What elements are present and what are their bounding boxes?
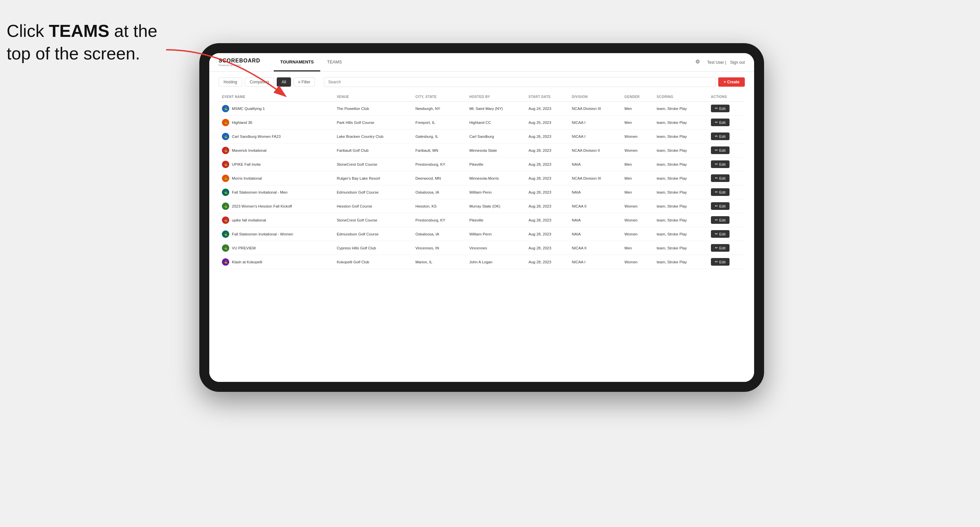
cell-gender: Women: [621, 227, 654, 241]
cell-actions: ✏ Edit: [708, 143, 745, 157]
hosting-filter-btn[interactable]: Hosting: [219, 77, 242, 87]
edit-button[interactable]: ✏ Edit: [711, 105, 730, 112]
cell-gender: Men: [621, 185, 654, 199]
cell-division: NAIA: [568, 185, 621, 199]
cell-actions: ✏ Edit: [708, 241, 745, 255]
cell-hosted-by: Vincennes: [466, 241, 525, 255]
cell-hosted-by: John A Logan: [466, 255, 525, 269]
nav-user-label: Test User |: [707, 60, 726, 65]
signout-link[interactable]: Sign out: [730, 60, 745, 65]
edit-button[interactable]: ✏ Edit: [711, 258, 730, 266]
edit-button[interactable]: ✏ Edit: [711, 216, 730, 224]
cell-gender: Men: [621, 241, 654, 255]
cell-gender: Women: [621, 213, 654, 227]
cell-venue: StoneCrest Golf Course: [334, 213, 412, 227]
cell-gender: Men: [621, 157, 654, 171]
cell-division: NAIA: [568, 227, 621, 241]
cell-hosted-by: Minnesota-Morris: [466, 171, 525, 185]
cell-event-name: ⛳ UPIKE Fall Invite: [219, 157, 334, 171]
cell-gender: Men: [621, 116, 654, 130]
cell-hosted-by: Mt. Saint Mary (NY): [466, 102, 525, 116]
edit-button[interactable]: ✏ Edit: [711, 146, 730, 154]
col-start-date: START DATE: [525, 92, 568, 102]
cell-venue: Park Hills Golf Course: [334, 116, 412, 130]
cell-gender: Women: [621, 130, 654, 143]
cell-division: NICAA I: [568, 130, 621, 143]
cell-venue: Cypress Hills Golf Club: [334, 241, 412, 255]
filter-icon-btn[interactable]: ≡ Filter: [294, 77, 315, 87]
settings-icon[interactable]: ⚙: [695, 59, 703, 67]
filter-bar: Hosting Competing All ≡ Filter + Create: [219, 77, 745, 87]
cell-actions: ✏ Edit: [708, 130, 745, 143]
team-logo: ⛳: [222, 244, 229, 252]
cell-venue: Hesston Golf Course: [334, 199, 412, 213]
cell-city-state: Newburgh, NY: [412, 102, 466, 116]
edit-button[interactable]: ✏ Edit: [711, 132, 730, 140]
main-content: Hosting Competing All ≡ Filter + Create …: [209, 72, 754, 382]
cell-scoring: team, Stroke Play: [654, 171, 708, 185]
col-venue: VENUE: [334, 92, 412, 102]
competing-filter-btn[interactable]: Competing: [245, 77, 274, 87]
edit-button[interactable]: ✏ Edit: [711, 244, 730, 252]
cell-start-date: Aug 28, 2023: [525, 171, 568, 185]
cell-actions: ✏ Edit: [708, 185, 745, 199]
cell-event-name: ⛳ VU PREVIEW: [219, 241, 334, 255]
edit-button[interactable]: ✏ Edit: [711, 175, 730, 182]
nav-teams[interactable]: TEAMS: [320, 54, 348, 71]
table-row: ⛳ Fall Statesmen Invitational - Women Ed…: [219, 227, 745, 241]
edit-icon: ✏: [715, 162, 718, 167]
team-logo: ⛳: [222, 216, 229, 224]
brand-subtitle: Powered by Clippit: [219, 64, 261, 67]
cell-gender: Men: [621, 171, 654, 185]
cell-scoring: team, Stroke Play: [654, 185, 708, 199]
cell-city-state: Freeport, IL: [412, 116, 466, 130]
nav-tournaments[interactable]: TOURNAMENTS: [274, 54, 321, 71]
team-logo: ⛳: [222, 203, 229, 210]
cell-actions: ✏ Edit: [708, 199, 745, 213]
edit-button[interactable]: ✏ Edit: [711, 160, 730, 168]
cell-division: NICAA I: [568, 255, 621, 269]
cell-hosted-by: Minnesota State: [466, 143, 525, 157]
team-logo: ⛳: [222, 119, 229, 126]
cell-city-state: Prestonsburg, KY: [412, 157, 466, 171]
edit-button[interactable]: ✏ Edit: [711, 230, 730, 238]
brand-title: SCOREBOARD: [219, 58, 261, 63]
cell-division: NICAA I: [568, 116, 621, 130]
cell-start-date: Aug 24, 2023: [525, 102, 568, 116]
cell-scoring: team, Stroke Play: [654, 213, 708, 227]
edit-button[interactable]: ✏ Edit: [711, 202, 730, 210]
cell-actions: ✏ Edit: [708, 157, 745, 171]
cell-venue: Edmundson Golf Course: [334, 185, 412, 199]
edit-button[interactable]: ✏ Edit: [711, 188, 730, 196]
cell-event-name: ⛳ Highland 36: [219, 116, 334, 130]
edit-icon: ✏: [715, 176, 718, 180]
edit-icon: ✏: [715, 246, 718, 250]
cell-hosted-by: Highland CC: [466, 116, 525, 130]
cell-event-name: ⛳ Morris Invitational: [219, 171, 334, 185]
cell-division: NAIA: [568, 213, 621, 227]
team-logo: ⛳: [222, 230, 229, 238]
cell-venue: StoneCrest Golf Course: [334, 157, 412, 171]
cell-event-name: ⛳ Maverick Invitational: [219, 143, 334, 157]
cell-event-name: ⛳ upike fall invitational: [219, 213, 334, 227]
edit-icon: ✏: [715, 204, 718, 208]
cell-start-date: Aug 28, 2023: [525, 227, 568, 241]
cell-hosted-by: Carl Sandburg: [466, 130, 525, 143]
cell-start-date: Aug 28, 2023: [525, 199, 568, 213]
all-filter-btn[interactable]: All: [277, 77, 291, 87]
edit-icon: ✏: [715, 120, 718, 125]
team-logo: ⛳: [222, 161, 229, 168]
cell-actions: ✏ Edit: [708, 213, 745, 227]
cell-venue: Rutger's Bay Lake Resort: [334, 171, 412, 185]
search-input[interactable]: [324, 77, 716, 87]
create-button[interactable]: + Create: [718, 77, 745, 87]
cell-scoring: team, Stroke Play: [654, 143, 708, 157]
cell-event-name: ⛳ Fall Statesmen Invitational - Women: [219, 227, 334, 241]
edit-button[interactable]: ✏ Edit: [711, 119, 730, 126]
cell-division: NICAA II: [568, 199, 621, 213]
team-logo: ⛳: [222, 189, 229, 196]
cell-event-name: ⛳ Klash at Kokopelli: [219, 255, 334, 269]
table-row: ⛳ VU PREVIEW Cypress Hills Golf Club Vin…: [219, 241, 745, 255]
cell-gender: Men: [621, 102, 654, 116]
edit-icon: ✏: [715, 260, 718, 264]
